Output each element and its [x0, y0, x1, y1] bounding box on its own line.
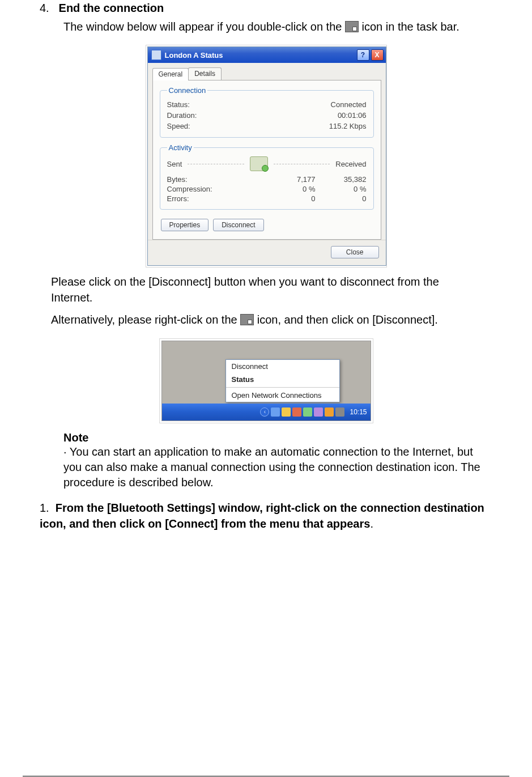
step4-title: End the connection: [59, 2, 164, 14]
note-heading: Note: [63, 431, 509, 444]
tray-clock: 10:15: [350, 408, 367, 416]
tray-icon-5[interactable]: [314, 407, 323, 417]
compression-label: Compression:: [167, 185, 265, 193]
alt-instruction-a: Alternatively, please right-click on the: [51, 313, 237, 326]
disconnect-button[interactable]: Disconnect: [213, 219, 263, 231]
tray-icon-4[interactable]: [303, 407, 312, 417]
help-button[interactable]: ?: [357, 49, 369, 61]
duration-value: 00:01:06: [338, 111, 367, 120]
tray-network-icon[interactable]: [335, 407, 344, 417]
menu-disconnect[interactable]: Disconnect: [226, 360, 339, 373]
compression-received: 0 %: [316, 185, 367, 193]
errors-sent: 0: [265, 194, 316, 203]
activity-group: Activity Sent Received Bytes:7,17735,382…: [160, 143, 374, 210]
tray-icon-6[interactable]: [325, 407, 334, 417]
status-label: Status:: [167, 100, 190, 109]
bytes-label: Bytes:: [167, 175, 265, 184]
network-tray-icon: [345, 21, 359, 32]
compression-sent: 0 %: [265, 185, 316, 193]
alt-instruction-b: icon, and then click on [Disconnect].: [257, 313, 438, 326]
menu-separator: [226, 387, 339, 388]
bytes-sent: 7,177: [265, 175, 316, 184]
tab-general[interactable]: General: [152, 68, 189, 80]
taskbar-tray: ‹ 10:15: [162, 404, 371, 421]
status-dialog-titlebar: London A Status ? X: [148, 47, 386, 63]
tray-icon-1[interactable]: [271, 407, 280, 417]
activity-legend: Activity: [167, 143, 194, 152]
disconnect-instruction: Please click on the [Disconnect] button …: [51, 274, 481, 305]
connection-legend: Connection: [167, 86, 208, 95]
duration-label: Duration:: [167, 111, 197, 120]
tray-context-menu: Disconnect Status Open Network Connectio…: [225, 359, 340, 402]
step1-number: 1.: [40, 502, 49, 514]
errors-label: Errors:: [167, 194, 265, 203]
step1-text: From the [Bluetooth Settings] window, ri…: [40, 502, 484, 530]
connection-group: Connection Status:Connected Duration:00:…: [160, 86, 374, 138]
errors-received: 0: [316, 194, 367, 203]
status-dialog-title: London A Status: [165, 51, 223, 60]
step4-number: 4.: [40, 2, 56, 15]
dialog-app-icon: [151, 50, 161, 60]
bytes-received: 35,382: [316, 175, 367, 184]
close-button[interactable]: Close: [331, 246, 379, 258]
activity-icon: [250, 156, 268, 171]
step4-intro-b: icon in the task bar.: [362, 20, 459, 33]
menu-status[interactable]: Status: [226, 373, 339, 386]
tray-icon-2[interactable]: [282, 407, 291, 417]
status-value: Connected: [331, 100, 367, 109]
footer-rule: [23, 776, 509, 776]
status-dialog-figure: London A Status ? X General Details Conn…: [146, 45, 387, 268]
step4-intro-a: The window below will appear if you doub…: [63, 20, 342, 33]
received-label: Received: [335, 160, 366, 168]
properties-button[interactable]: Properties: [161, 219, 209, 231]
menu-open-network[interactable]: Open Network Connections: [226, 389, 339, 402]
tab-details[interactable]: Details: [188, 67, 222, 80]
context-menu-figure: Disconnect Status Open Network Connectio…: [159, 338, 373, 423]
tray-icon-3[interactable]: [292, 407, 301, 417]
speed-label: Speed:: [167, 122, 190, 130]
window-close-button[interactable]: X: [371, 49, 384, 61]
note-body: · You can start an application to make a…: [63, 444, 482, 491]
tray-expand-icon[interactable]: ‹: [260, 407, 269, 417]
speed-value: 115.2 Kbps: [329, 122, 367, 130]
network-tray-icon-2: [240, 314, 254, 325]
sent-label: Sent: [167, 160, 182, 168]
